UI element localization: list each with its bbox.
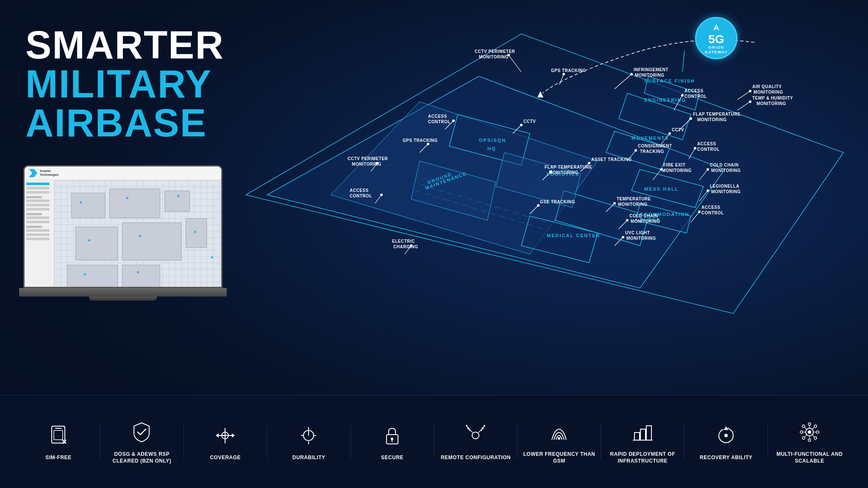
svg-text:CCTV: CCTV <box>523 119 536 124</box>
feature-recovery-label: RECOVERY ABILITY <box>700 455 752 461</box>
title-airbase: AIRBASE <box>25 103 191 142</box>
svg-text:ASSET TRACKING: ASSET TRACKING <box>591 157 632 162</box>
logo-icon <box>29 169 37 177</box>
sidebar-item-11 <box>26 238 50 240</box>
svg-line-124 <box>682 51 684 72</box>
svg-text:FLAP TEMPERATURE: FLAP TEMPERATURE <box>693 112 740 116</box>
svg-text:GSE TRACKING: GSE TRACKING <box>540 200 575 204</box>
sidebar-item-10 <box>26 233 50 236</box>
svg-text:GPS TRACKING: GPS TRACKING <box>551 68 586 73</box>
laptop-logo: SmarterTechnologies <box>29 169 59 177</box>
svg-text:TEMP & HUMIDITY: TEMP & HUMIDITY <box>752 96 793 100</box>
svg-line-171 <box>805 427 807 430</box>
gateway-badge: 5G ORION GATEWAY <box>695 17 737 59</box>
svg-text:CONTROL: CONTROL <box>701 211 724 215</box>
svg-text:MOVEMENTS: MOVEMENTS <box>632 136 669 141</box>
svg-line-26 <box>509 55 521 72</box>
svg-text:MONITORING: MONITORING <box>711 168 741 173</box>
map-dot-8 <box>137 271 139 273</box>
svg-point-71 <box>380 194 383 196</box>
map-building-1 <box>71 193 105 218</box>
multi-func-icon <box>796 419 823 446</box>
svg-text:MESS HALL: MESS HALL <box>644 186 679 191</box>
title-military: MILITARY <box>25 64 191 103</box>
remote-config-icon <box>462 422 490 449</box>
svg-text:HQ: HQ <box>487 146 496 151</box>
svg-text:MEDICAL CENTER: MEDICAL CENTER <box>547 233 600 238</box>
svg-text:CONTROL: CONTROL <box>350 194 372 198</box>
logo-text: SmarterTechnologies <box>40 169 59 177</box>
svg-point-29 <box>562 73 565 75</box>
feature-sim-free-label: SIM-FREE <box>45 455 71 461</box>
svg-text:CHARGING: CHARGING <box>393 244 418 249</box>
map-dot-4 <box>88 239 90 241</box>
feature-secure: SECURE <box>351 422 434 461</box>
svg-text:CONTROL: CONTROL <box>684 94 707 99</box>
svg-point-51 <box>613 202 616 205</box>
map-building-8 <box>122 265 160 287</box>
svg-text:ELECTRIC: ELECTRIC <box>392 239 415 244</box>
svg-text:ACCESS: ACCESS <box>697 141 716 146</box>
svg-text:MONITORING: MONITORING <box>635 73 665 78</box>
svg-line-30 <box>615 74 632 89</box>
map-dot-1 <box>80 201 82 203</box>
map-dot-7 <box>84 273 86 275</box>
sidebar-section-3 <box>26 226 42 228</box>
map-building-2 <box>109 189 160 218</box>
svg-point-156 <box>724 434 728 437</box>
svg-line-28 <box>559 74 564 85</box>
svg-point-150 <box>558 437 560 440</box>
svg-point-162 <box>816 431 819 433</box>
svg-text:MONITORING: MONITORING <box>697 117 727 122</box>
map-building-5 <box>122 222 181 261</box>
feature-dosg: DOSG & ADEWS RSP CLEARED (BZN ONLY) <box>100 419 184 464</box>
svg-text:FLAP TEMPERATURE: FLAP TEMPERATURE <box>545 165 592 169</box>
map-dot-3 <box>177 195 179 197</box>
svg-rect-151 <box>634 433 640 440</box>
svg-text:CCTV PERIMETER: CCTV PERIMETER <box>475 49 515 54</box>
svg-point-147 <box>481 427 484 430</box>
coverage-icon <box>211 422 239 449</box>
sidebar-item-1 <box>26 183 50 185</box>
feature-durability-label: DURABILITY <box>292 455 326 461</box>
feature-durability: DURABILITY <box>267 422 351 461</box>
feature-dosg-label: DOSG & ADEWS RSP CLEARED (BZN ONLY) <box>100 451 184 464</box>
svg-point-149 <box>484 425 485 427</box>
svg-point-61 <box>537 204 540 207</box>
svg-text:MONITORING: MONITORING <box>754 90 783 94</box>
sidebar-item-7 <box>26 216 50 219</box>
svg-text:MONITORING: MONITORING <box>711 189 741 194</box>
gateway-5g-label: 5G <box>708 33 724 45</box>
svg-text:COLD CHAIN: COLD CHAIN <box>710 163 739 167</box>
feature-remote-config: REMOTE CONFIGURATION <box>434 422 517 461</box>
svg-text:COLD CHAIN: COLD CHAIN <box>629 214 658 218</box>
lock-icon <box>378 422 406 449</box>
svg-text:UVC LIGHT: UVC LIGHT <box>625 230 650 235</box>
svg-point-145 <box>472 432 479 439</box>
svg-point-57 <box>588 162 590 164</box>
svg-text:INFRINGEMENT: INFRINGEMENT <box>634 67 668 72</box>
map-dot-5 <box>139 235 141 237</box>
feature-coverage: COVERAGE <box>184 422 267 461</box>
svg-point-160 <box>808 439 811 441</box>
map-building-7 <box>67 265 118 287</box>
svg-point-166 <box>802 437 805 439</box>
title-smarter: SMARTER <box>25 25 191 64</box>
svg-point-63 <box>520 124 523 126</box>
svg-text:LEGIONELLA: LEGIONELLA <box>710 184 739 189</box>
svg-text:CCTV PERIMETER: CCTV PERIMETER <box>348 156 388 161</box>
feature-rapid-deploy-label: RAPID DEPLOYMENT OF INFRASTRUCTURE <box>601 451 684 464</box>
svg-point-49 <box>698 211 701 213</box>
svg-point-67 <box>427 143 429 145</box>
feature-secure-label: SECURE <box>381 455 403 461</box>
svg-text:ACCESS: ACCESS <box>684 89 704 93</box>
svg-point-77 <box>749 100 751 103</box>
map-building-4 <box>75 227 118 261</box>
laptop-sidebar <box>25 180 54 287</box>
recovery-icon <box>712 422 740 449</box>
durability-icon <box>295 422 323 449</box>
svg-text:MONITORING: MONITORING <box>757 101 786 106</box>
svg-point-55 <box>622 236 624 238</box>
feature-multi-func-label: MULTI-FUNCTIONAL AND SCALABLE <box>768 451 851 464</box>
svg-point-39 <box>634 149 637 152</box>
